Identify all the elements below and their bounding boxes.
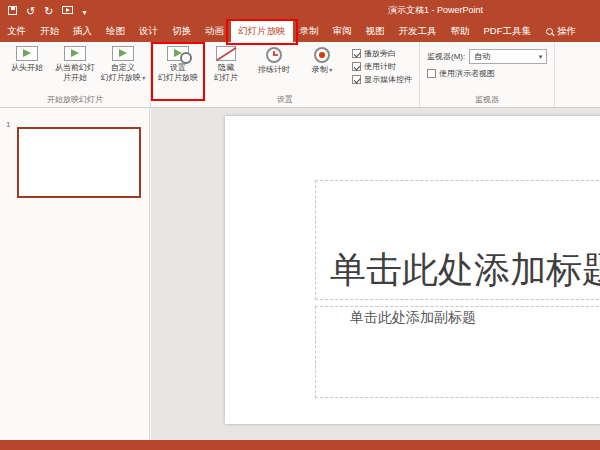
- ribbon-group-monitors: 监视器(M): 自动 使用演示者视图 监视器: [420, 42, 555, 107]
- slide[interactable]: 单击此处添加标题 单击此处添加副标题: [225, 116, 600, 424]
- subtitle-placeholder[interactable]: 单击此处添加副标题: [315, 306, 600, 398]
- slide-thumbnail[interactable]: [17, 127, 141, 198]
- checkbox-play-narrations[interactable]: 播放旁白: [352, 47, 412, 60]
- start-slideshow-icon[interactable]: [62, 6, 73, 14]
- group-label-monitors: 监视器: [423, 93, 551, 107]
- undo-icon[interactable]: [26, 2, 35, 18]
- redo-icon[interactable]: [44, 2, 53, 18]
- ribbon: 从头开始 从当前幻灯 片开始 自定义 幻灯片放映 开始放映幻灯片 设置 幻灯片放…: [0, 42, 600, 108]
- window-title: 演示文稿1 - PowerPoint: [388, 0, 483, 20]
- checkbox-show-media-controls[interactable]: 显示媒体控件: [352, 73, 412, 86]
- subtitle-placeholder-text: 单击此处添加副标题: [350, 309, 476, 327]
- tab-developer[interactable]: 开发工具: [392, 20, 444, 42]
- checkbox-use-timings[interactable]: 使用计时: [352, 60, 412, 73]
- title-placeholder-text: 单击此处添加标题: [330, 246, 600, 295]
- hide-slide-button[interactable]: 隐藏 幻灯片: [202, 43, 250, 92]
- tab-view[interactable]: 视图: [359, 20, 392, 42]
- custom-slideshow-icon: [112, 46, 134, 61]
- group-label-setup: 设置: [154, 93, 416, 107]
- checkbox-icon: [352, 75, 361, 84]
- from-beginning-button[interactable]: 从头开始: [3, 43, 51, 92]
- hide-slide-icon: [216, 46, 236, 61]
- slide-canvas: 单击此处添加标题 单击此处添加副标题: [151, 108, 600, 440]
- checkbox-icon: [352, 62, 361, 71]
- checkbox-label: 显示媒体控件: [364, 74, 412, 85]
- ribbon-group-setup: 设置 幻灯片放映 隐藏 幻灯片 排练计时 录制 播放旁白: [151, 42, 420, 107]
- group-label-start-slideshow: 开始放映幻灯片: [3, 93, 147, 107]
- clock-icon: [266, 47, 282, 63]
- tell-me-label: 操作: [557, 25, 576, 38]
- slide-thumbnail-pane: 1: [0, 108, 150, 440]
- tab-insert[interactable]: 插入: [66, 20, 99, 42]
- monitor-label: 监视器(M):: [427, 51, 465, 62]
- checkbox-icon: [352, 49, 361, 58]
- checkbox-icon: [427, 69, 436, 78]
- slide-number: 1: [6, 120, 10, 129]
- checkbox-use-presenter-view[interactable]: 使用演示者视图: [427, 67, 495, 80]
- checkbox-label: 使用计时: [364, 61, 396, 72]
- tab-animations[interactable]: 动画: [198, 20, 231, 42]
- tab-transitions[interactable]: 切换: [165, 20, 198, 42]
- checkbox-label: 使用演示者视图: [439, 68, 495, 79]
- tab-review[interactable]: 审阅: [326, 20, 359, 42]
- checkbox-label: 播放旁白: [364, 48, 396, 59]
- play-from-start-icon: [16, 46, 38, 61]
- save-icon[interactable]: [8, 6, 17, 15]
- custom-slideshow-button[interactable]: 自定义 幻灯片放映: [99, 43, 147, 92]
- customize-quick-access-icon[interactable]: [82, 2, 86, 18]
- search-icon: [546, 28, 553, 35]
- tab-home[interactable]: 开始: [33, 20, 66, 42]
- tab-design[interactable]: 设计: [132, 20, 165, 42]
- tab-pdf-tools[interactable]: PDF工具集: [477, 20, 539, 42]
- tab-record[interactable]: 录制: [293, 20, 326, 42]
- tab-slideshow[interactable]: 幻灯片放映: [231, 20, 293, 42]
- set-up-slideshow-button[interactable]: 设置 幻灯片放映: [154, 43, 202, 92]
- title-placeholder[interactable]: 单击此处添加标题: [315, 180, 600, 300]
- ribbon-tab-row: 文件 开始 插入 绘图 设计 切换 动画 幻灯片放映 录制 审阅 视图 开发工具…: [0, 20, 600, 42]
- tab-file[interactable]: 文件: [0, 20, 33, 42]
- set-up-slideshow-icon: [167, 46, 189, 61]
- ribbon-group-start-slideshow: 从头开始 从当前幻灯 片开始 自定义 幻灯片放映 开始放映幻灯片: [0, 42, 151, 107]
- tell-me-search[interactable]: 操作: [540, 20, 582, 42]
- tab-draw[interactable]: 绘图: [99, 20, 132, 42]
- record-button[interactable]: 录制: [298, 43, 346, 92]
- rehearse-timings-button[interactable]: 排练计时: [250, 43, 298, 92]
- from-current-slide-button[interactable]: 从当前幻灯 片开始: [51, 43, 99, 92]
- title-bar: 演示文稿1 - PowerPoint: [0, 0, 600, 20]
- quick-access-toolbar: [0, 2, 86, 18]
- tab-slideshow-label: 幻灯片放映: [238, 25, 286, 38]
- tab-help[interactable]: 帮助: [444, 20, 477, 42]
- monitor-select[interactable]: 自动: [469, 49, 547, 64]
- record-icon: [314, 47, 330, 63]
- monitor-select-value: 自动: [474, 51, 490, 62]
- play-from-current-icon: [64, 46, 86, 61]
- status-bar: [0, 440, 600, 450]
- setup-checkbox-column: 播放旁白 使用计时 显示媒体控件: [346, 43, 416, 86]
